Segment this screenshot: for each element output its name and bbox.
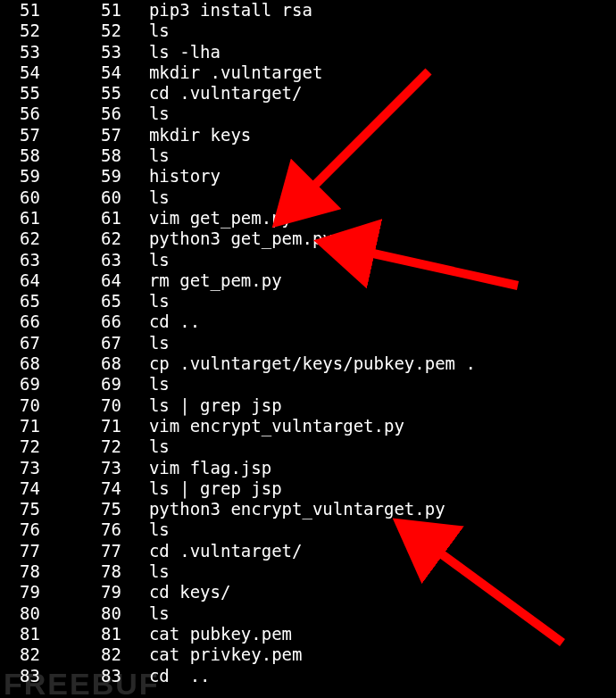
- history-command: mkdir .vulntarget: [125, 62, 322, 83]
- history-command: rm get_pem.py: [125, 270, 282, 291]
- history-command: ls | grep jsp: [125, 478, 282, 499]
- history-row: 6767 ls: [0, 333, 616, 353]
- history-row: 6565 ls: [0, 291, 616, 312]
- history-row: 7777 cd .vulntarget/: [0, 541, 616, 561]
- history-command: cd keys/: [125, 582, 230, 602]
- history-index: 69: [82, 374, 125, 395]
- history-command: ls | grep jsp: [125, 395, 282, 416]
- history-command: ls: [125, 104, 170, 124]
- history-command: ls: [125, 21, 170, 41]
- history-row: 5858 ls: [0, 145, 616, 166]
- line-number: 65: [0, 291, 82, 312]
- line-number: 58: [0, 145, 82, 166]
- history-index: 54: [82, 62, 125, 83]
- line-number: 83: [0, 666, 82, 686]
- history-command: vim encrypt_vulntarget.py: [125, 416, 404, 436]
- history-index: 56: [82, 104, 125, 124]
- history-command: ls: [125, 519, 170, 540]
- history-index: 52: [82, 21, 125, 41]
- history-command: ls: [125, 603, 170, 624]
- history-index: 63: [82, 250, 125, 270]
- history-index: 58: [82, 145, 125, 166]
- history-row: 6060 ls: [0, 187, 616, 208]
- history-command: python3 get_pem.py: [125, 229, 333, 249]
- history-row: 6161 vim get_pem.py: [0, 208, 616, 229]
- history-row: 7676 ls: [0, 519, 616, 540]
- history-command: ls: [125, 291, 170, 312]
- history-index: 53: [82, 42, 125, 62]
- line-number: 56: [0, 104, 82, 124]
- line-number: 53: [0, 42, 82, 62]
- history-command: history: [125, 166, 221, 187]
- history-row: 6363 ls: [0, 250, 616, 270]
- history-index: 72: [82, 436, 125, 457]
- line-number: 75: [0, 499, 82, 519]
- history-command: cat privkey.pem: [125, 644, 302, 665]
- line-number: 81: [0, 624, 82, 644]
- line-number: 68: [0, 353, 82, 374]
- history-index: 57: [82, 125, 125, 145]
- history-command: ls: [125, 187, 170, 208]
- line-number: 71: [0, 416, 82, 436]
- history-row: 7171 vim encrypt_vulntarget.py: [0, 416, 616, 436]
- line-number: 69: [0, 374, 82, 395]
- line-number: 79: [0, 582, 82, 602]
- history-command: vim flag.jsp: [125, 458, 271, 478]
- history-index: 76: [82, 519, 125, 540]
- history-row: 6262 python3 get_pem.py: [0, 229, 616, 249]
- history-row: 6969 ls: [0, 374, 616, 395]
- history-command: python3 encrypt_vulntarget.py: [125, 499, 445, 519]
- history-row: 7979 cd keys/: [0, 582, 616, 602]
- line-number: 72: [0, 436, 82, 457]
- history-index: 60: [82, 187, 125, 208]
- history-index: 55: [82, 83, 125, 104]
- line-number: 51: [0, 0, 82, 21]
- history-index: 62: [82, 229, 125, 249]
- line-number: 73: [0, 458, 82, 478]
- history-index: 71: [82, 416, 125, 436]
- history-row: 7373 vim flag.jsp: [0, 458, 616, 478]
- history-index: 64: [82, 270, 125, 291]
- history-command: mkdir keys: [125, 125, 251, 145]
- history-command: pip3 install rsa: [125, 0, 312, 21]
- history-command: vim get_pem.py: [125, 208, 292, 229]
- history-index: 65: [82, 291, 125, 312]
- history-index: 66: [82, 312, 125, 332]
- history-command: ls -lha: [125, 42, 221, 62]
- line-number: 66: [0, 312, 82, 332]
- history-row: 8181 cat pubkey.pem: [0, 624, 616, 644]
- history-command: ls: [125, 333, 170, 353]
- history-row: 7575 python3 encrypt_vulntarget.py: [0, 499, 616, 519]
- line-number: 55: [0, 83, 82, 104]
- history-command: ls: [125, 561, 170, 582]
- line-number: 59: [0, 166, 82, 187]
- line-number: 82: [0, 644, 82, 665]
- history-row: 8080 ls: [0, 603, 616, 624]
- history-command: cp .vulntarget/keys/pubkey.pem .: [125, 353, 476, 374]
- history-index: 79: [82, 582, 125, 602]
- line-number: 57: [0, 125, 82, 145]
- history-index: 74: [82, 478, 125, 499]
- line-number: 76: [0, 519, 82, 540]
- history-row: 8383 cd ..: [0, 666, 616, 686]
- history-index: 70: [82, 395, 125, 416]
- history-index: 80: [82, 603, 125, 624]
- history-index: 73: [82, 458, 125, 478]
- line-number: 77: [0, 541, 82, 561]
- history-row: 7272 ls: [0, 436, 616, 457]
- history-row: 5151 pip3 install rsa: [0, 0, 616, 21]
- history-command: cd ..: [125, 666, 211, 686]
- history-command: cd ..: [125, 312, 200, 332]
- history-index: 78: [82, 561, 125, 582]
- history-command: ls: [125, 250, 170, 270]
- history-row: 5656 ls: [0, 104, 616, 124]
- history-index: 83: [82, 666, 125, 686]
- history-row: 7878 ls: [0, 561, 616, 582]
- line-number: 60: [0, 187, 82, 208]
- history-index: 77: [82, 541, 125, 561]
- line-number: 78: [0, 561, 82, 582]
- history-command: cd .vulntarget/: [125, 541, 302, 561]
- line-number: 67: [0, 333, 82, 353]
- history-row: 8282 cat privkey.pem: [0, 644, 616, 665]
- line-number: 63: [0, 250, 82, 270]
